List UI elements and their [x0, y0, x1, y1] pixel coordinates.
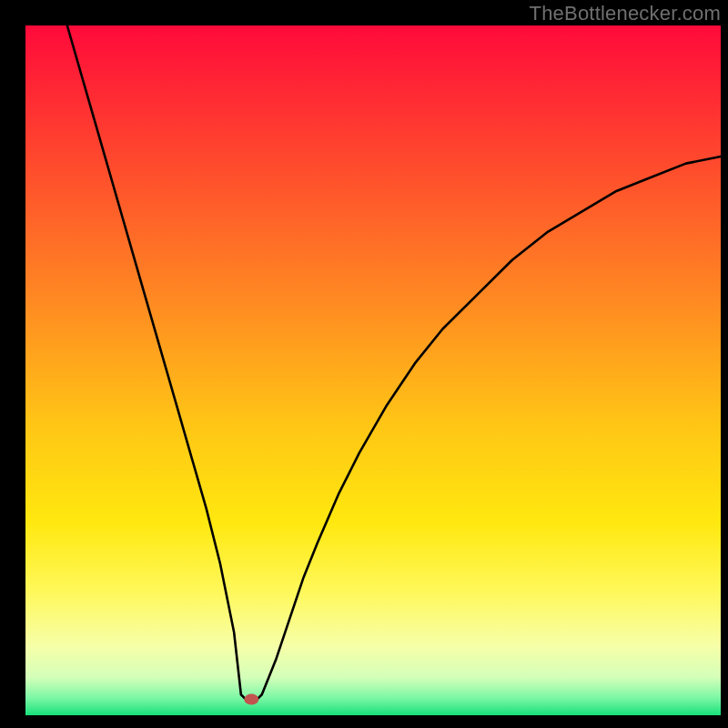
- bottleneck-chart: [0, 0, 728, 728]
- chart-stage: TheBottlenecker.com: [0, 0, 728, 728]
- plot-background: [25, 25, 721, 715]
- attribution-text: TheBottlenecker.com: [530, 2, 721, 25]
- optimal-point-marker: [244, 694, 258, 705]
